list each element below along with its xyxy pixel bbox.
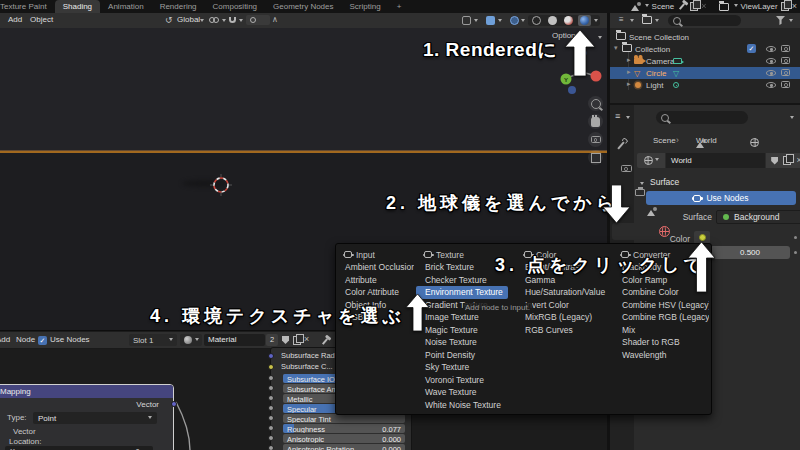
surface-panel-title[interactable]: Surface [650,177,679,187]
funnel-caret[interactable] [789,19,793,24]
menu-item[interactable]: Combine RGB (Legacy) [613,311,709,324]
new-viewlayer-button[interactable] [781,2,789,11]
tab-shading[interactable]: Shading [55,0,100,13]
menu-item[interactable]: Wavelength [613,349,709,362]
tab-texture-paint[interactable]: Texture Paint [0,0,55,13]
show-gizmo-icon[interactable] [462,16,471,25]
outliner-row-camera[interactable]: ▸ Camera [610,55,800,67]
breadcrumb-world[interactable]: World [696,136,717,145]
animate-dot[interactable] [794,251,797,254]
use-nodes-button[interactable]: Use Nodes [646,191,796,205]
snap-caret[interactable] [222,19,226,24]
expand-icon[interactable]: ▸ [627,56,631,64]
users-count-badge[interactable]: 2 [266,334,278,346]
menu-item[interactable]: Wave Texture [416,386,513,399]
menu-item[interactable]: RGB Curves [516,324,612,337]
viewlayer-dropdown-caret[interactable] [734,4,738,9]
fake-user-shield-icon[interactable] [771,157,778,165]
shading-caret[interactable] [594,19,598,24]
xray-caret[interactable] [521,19,525,24]
fake-user-shield-icon[interactable] [282,336,289,344]
xray-toggle-icon[interactable] [510,16,519,25]
shader-menu-node[interactable]: Node [16,332,35,348]
world-browse-button[interactable] [637,153,665,168]
pin-icon[interactable] [679,3,685,10]
menu-item[interactable]: Magic Texture [416,324,513,337]
world-name-field[interactable]: World [666,153,765,168]
mapping-node[interactable]: Mapping Vector Type: Point Vector Locati… [0,384,174,450]
unlink-material-icon[interactable]: × [304,335,309,344]
outliner-row-light[interactable]: ▸ Light [610,79,800,91]
tab-animation[interactable]: Animation [100,0,152,13]
material-browse-button[interactable] [180,334,202,346]
breadcrumb-scene[interactable]: Scene [653,136,676,145]
anisotropic-rotation-slider[interactable]: Anisotropic Rotation0.000 [283,444,405,450]
value-socket[interactable] [268,405,274,411]
snap-target-icon[interactable] [209,17,220,24]
menu-item[interactable]: Mix [613,324,709,337]
overlays-caret[interactable] [498,19,502,24]
orientation-caret[interactable] [200,19,204,24]
menu-item[interactable]: Attribute [336,274,414,287]
rendered-shading-icon[interactable] [580,16,589,25]
animate-dot[interactable] [794,236,797,239]
outliner-display-mode-icon[interactable]: ≡ [619,13,624,27]
vector-output-socket[interactable] [171,401,177,407]
solid-shading-icon[interactable] [548,16,557,25]
outliner-row-collection[interactable]: ▾ Collection ✓ [610,43,800,55]
outliner-search-input[interactable] [668,15,741,26]
viewlayer-selector[interactable]: ViewLayer [741,2,778,11]
menu-item[interactable]: Voronoi Texture [416,374,513,387]
menu-item[interactable]: Hue/Saturation/Value [516,286,612,299]
outliner-mode-caret[interactable] [630,19,634,24]
overlays-icon[interactable] [486,16,495,25]
gizmo-caret[interactable] [474,19,478,24]
perspective-toggle-icon[interactable] [588,150,603,165]
scene-dropdown-caret[interactable] [645,4,649,9]
vector-input-socket[interactable] [268,353,274,359]
value-socket[interactable] [268,435,274,441]
tab-output-icon[interactable] [635,189,645,196]
hide-eye-icon[interactable] [766,70,776,76]
value-socket[interactable] [268,385,274,391]
scene-selector[interactable]: Scene [652,2,675,11]
surface-shader-dropdown[interactable]: Background [716,210,800,224]
tab-render-icon[interactable] [621,165,632,172]
unlink-datablock-icon[interactable]: × [797,156,800,165]
pan-view-icon[interactable] [588,114,603,129]
properties-editor-icon[interactable]: ≡ [615,111,620,121]
render-visibility-icon[interactable] [781,81,790,88]
outliner-row-scene-collection[interactable]: Scene Collection [610,31,800,43]
unlink-scene-icon[interactable]: × [701,2,706,11]
cursor-3d-icon[interactable] [210,174,232,196]
hide-eye-icon[interactable] [766,58,776,64]
transform-orientation-dropdown[interactable]: Global [177,13,200,27]
material-preview-icon[interactable] [564,16,573,25]
color-input-socket[interactable] [268,364,274,370]
slot-dropdown[interactable]: Slot 1 [129,334,177,346]
add-workspace-button[interactable]: + [389,0,410,13]
menu-item[interactable]: Noise Texture [416,336,513,349]
collapse-icon[interactable]: ▾ [614,44,618,52]
render-visibility-icon[interactable] [781,57,790,64]
magnet-snap-icon[interactable] [229,17,236,23]
copy-material-icon[interactable] [293,336,301,345]
collection-checkbox[interactable]: ✓ [747,44,756,53]
menu-item[interactable]: MixRGB (Legacy) [516,311,612,324]
menu-item[interactable]: Ambient Occlusion [336,261,414,274]
new-scene-button[interactable] [690,2,698,11]
render-visibility-icon[interactable] [781,45,790,52]
outliner-filter-collection-icon[interactable] [642,16,652,24]
hide-eye-icon[interactable] [766,46,776,52]
value-socket[interactable] [268,375,274,381]
expand-icon[interactable]: ▸ [627,68,631,76]
mapping-type-dropdown[interactable]: Point [33,412,157,424]
remove-viewlayer-icon[interactable]: × [792,2,797,11]
shader-menu-add[interactable]: Add [0,332,10,348]
pin-material-icon[interactable] [322,338,328,345]
falloff-icon[interactable]: ∧ [272,13,278,27]
value-socket[interactable] [268,425,274,431]
outliner-filter-caret[interactable] [655,19,659,24]
tab-scripting[interactable]: Scripting [342,0,389,13]
use-nodes-checkbox[interactable]: ✓ [38,336,47,345]
